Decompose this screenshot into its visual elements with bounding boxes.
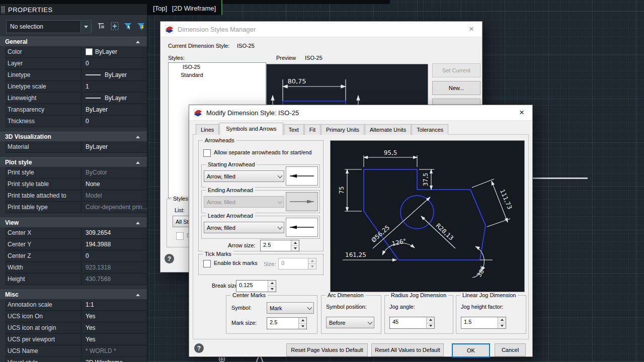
style-item-iso25[interactable]: ISO-25 — [169, 63, 266, 71]
spin-up-icon[interactable] — [268, 281, 276, 287]
property-value[interactable]: 2D Wireframe — [81, 357, 147, 362]
close-icon[interactable]: × — [516, 107, 527, 118]
dsm-preview-dim-label: 80,75 — [287, 77, 306, 85]
property-value[interactable]: Yes — [81, 334, 147, 345]
mark-size-input[interactable]: 2.5 — [267, 318, 298, 329]
allow-separate-checkbox-row[interactable]: Allow separate arrowheads for start/end — [203, 149, 311, 157]
collapse-icon[interactable] — [136, 41, 140, 43]
property-value[interactable]: 0 — [81, 58, 147, 69]
property-value[interactable]: 194.3988 — [81, 239, 147, 250]
spin-down-icon[interactable] — [291, 246, 299, 251]
property-value[interactable]: 0 — [81, 250, 147, 261]
section-header-3d[interactable]: 3D Visualization — [0, 132, 147, 141]
viewport-visualstyle-control[interactable]: [2D Wireframe] — [172, 5, 216, 12]
collapse-icon[interactable] — [136, 222, 140, 224]
mark-size-spinner[interactable]: 2.5 — [267, 317, 307, 329]
property-value[interactable]: 309.2654 — [81, 227, 147, 238]
ok-button[interactable]: OK — [452, 343, 490, 357]
tab-alternate-units[interactable]: Alternate Units — [365, 124, 411, 135]
jog-height-input[interactable]: 1.5 — [461, 317, 498, 328]
section-header-view[interactable]: View — [0, 218, 147, 227]
dsm-help-icon[interactable]: ? — [165, 254, 174, 263]
symbol-position-dropdown[interactable]: Before — [326, 317, 374, 328]
arrow-size-spinner[interactable]: 2.5 — [260, 240, 299, 251]
break-size-input[interactable]: 0.125 — [236, 281, 268, 292]
enable-tick-marks-checkbox[interactable] — [203, 260, 211, 267]
set-current-button[interactable]: Set Current — [432, 63, 480, 77]
chevron-down-icon — [276, 175, 284, 177]
quick-select-button[interactable] — [135, 20, 146, 32]
spin-up-icon[interactable] — [498, 317, 506, 323]
section-header-plot[interactable]: Plot style — [0, 157, 147, 167]
current-style-value: ISO-25 — [237, 43, 255, 49]
chevron-down-icon[interactable] — [80, 21, 91, 32]
selection-dropdown[interactable]: No selection — [6, 20, 92, 33]
property-value[interactable]: ByLayer — [81, 93, 147, 104]
enable-tick-marks-row[interactable]: Enable tick marks — [203, 260, 258, 267]
section-header-misc[interactable]: Misc — [0, 290, 147, 299]
property-value[interactable]: None — [81, 178, 147, 190]
arrow-size-input[interactable]: 2.5 — [261, 240, 291, 251]
style-item-standard[interactable]: Standard — [169, 71, 266, 79]
spin-up-icon[interactable] — [427, 317, 434, 323]
property-value[interactable]: Yes — [81, 311, 147, 322]
property-value[interactable]: Yes — [81, 322, 147, 333]
property-value[interactable]: 1 — [81, 81, 147, 92]
collapse-icon[interactable] — [136, 136, 140, 138]
spin-down-icon[interactable] — [498, 323, 506, 329]
properties-sections: General Color ByLayer Layer 0 Linetype B… — [0, 37, 147, 362]
reset-all-values-button[interactable]: Reset All Values to Default — [371, 343, 444, 356]
break-size-spinner[interactable]: 0.125 — [236, 280, 276, 292]
spin-up-icon[interactable] — [299, 318, 306, 324]
dsm-titlebar[interactable]: Dimension Styles Manager × — [160, 22, 482, 37]
properties-list-button[interactable] — [96, 20, 106, 32]
new-button[interactable]: New... — [432, 81, 480, 95]
reset-page-values-button[interactable]: Reset Page Values to Default — [286, 343, 368, 356]
property-value[interactable]: 0 — [81, 116, 147, 127]
spinner-buttons[interactable] — [268, 281, 276, 292]
dont-list-checkbox[interactable] — [176, 232, 184, 240]
tab-tolerances[interactable]: Tolerances — [412, 124, 448, 135]
spin-down-icon[interactable] — [427, 323, 434, 329]
cancel-button[interactable]: Cancel — [495, 343, 526, 356]
pickadd-toggle-button[interactable] — [109, 20, 120, 32]
close-icon[interactable]: × — [466, 24, 477, 35]
starting-arrowhead-dropdown[interactable]: Arrow, filled — [204, 170, 284, 182]
viewport-view-control[interactable]: [Top] — [153, 5, 167, 12]
spinner-buttons[interactable] — [298, 318, 306, 329]
allow-separate-checkbox[interactable] — [203, 149, 211, 157]
property-row-color: Color ByLayer — [5, 46, 147, 58]
section-header-general[interactable]: General — [0, 37, 147, 46]
tab-symbols-and-arrows[interactable]: Symbols and Arrows — [219, 123, 283, 135]
jog-height-spinner[interactable]: 1.5 — [461, 317, 506, 329]
spinner-buttons[interactable] — [498, 317, 506, 328]
property-value[interactable]: ByLayer — [81, 104, 147, 115]
leader-arrowhead-dropdown[interactable]: Arrow, filled — [204, 222, 284, 233]
palette-grip-icon[interactable] — [1, 6, 5, 13]
tab-text[interactable]: Text — [284, 124, 304, 135]
center-mark-symbol-dropdown[interactable]: Mark — [267, 302, 314, 314]
spin-down-icon[interactable] — [268, 287, 276, 292]
tick-size-spinner: 0 — [278, 258, 316, 269]
spin-down-icon[interactable] — [299, 324, 306, 329]
collapse-icon[interactable] — [136, 294, 140, 296]
tab-lines[interactable]: Lines — [196, 124, 219, 135]
property-value[interactable]: ByLayer — [81, 141, 147, 152]
property-value[interactable]: 1:1 — [81, 299, 147, 310]
arrowheads-group-label: Arrowheads — [203, 137, 236, 143]
jog-angle-spinner[interactable]: 45 — [389, 317, 435, 329]
tab-primary-units[interactable]: Primary Units — [321, 124, 364, 135]
spinner-buttons[interactable] — [291, 240, 299, 251]
tab-fit[interactable]: Fit — [304, 124, 320, 135]
jog-angle-input[interactable]: 45 — [390, 317, 426, 328]
modify-help-icon[interactable]: ? — [194, 343, 204, 353]
collapse-icon[interactable] — [136, 161, 140, 164]
property-value[interactable]: ByLayer — [81, 46, 147, 57]
select-objects-button[interactable] — [122, 20, 133, 32]
spinner-buttons[interactable] — [426, 317, 434, 328]
properties-palette-titlebar[interactable]: PROPERTIES — [0, 4, 147, 15]
modify-titlebar[interactable]: Modify Dimension Style: ISO-25 × — [189, 105, 532, 121]
property-value[interactable]: ByLayer — [81, 69, 147, 80]
spin-up-icon[interactable] — [291, 240, 299, 246]
radius-jog-group: Radius Jog Dimension Jog angle: 45 — [384, 295, 453, 334]
